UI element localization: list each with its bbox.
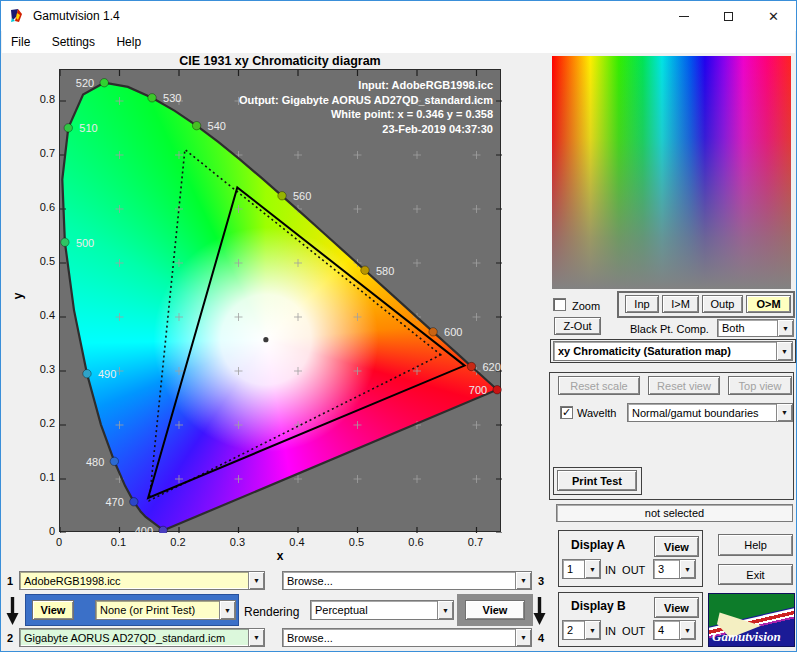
- dropdown-arrow-icon[interactable]: ▼: [584, 621, 600, 639]
- x-tick-0.3: 0.3: [223, 536, 253, 548]
- wave-mode-select[interactable]: Normal/gamut boundaries ▼: [627, 403, 793, 422]
- outp-button[interactable]: Outp: [702, 295, 743, 313]
- close-icon: ✕: [768, 10, 779, 23]
- view-left-button[interactable]: View: [32, 600, 74, 620]
- grid-marks: [116, 97, 481, 483]
- plot-annotation: 23-Feb-2019 04:37:30: [382, 123, 493, 135]
- slot-3-number: 3: [538, 575, 544, 587]
- display-a-inout-label: IN OUT: [605, 564, 645, 576]
- locus-label-600: 600: [444, 326, 462, 338]
- slot-4-number: 4: [538, 632, 544, 644]
- y-tick-0.1: 0.1: [25, 471, 55, 483]
- dropdown-arrow-icon[interactable]: ▼: [584, 560, 600, 578]
- app-icon: [9, 8, 26, 24]
- dropdown-arrow-icon[interactable]: ▼: [679, 560, 695, 578]
- locus-label-540: 540: [208, 120, 226, 132]
- close-button[interactable]: ✕: [751, 1, 796, 31]
- menu-file[interactable]: File: [2, 31, 39, 53]
- locus-point-620: [467, 362, 475, 370]
- y-tick-0.7: 0.7: [25, 147, 55, 159]
- dropdown-arrow-icon[interactable]: ▼: [248, 572, 264, 589]
- axis-ticks: [60, 70, 502, 533]
- white-point: [263, 337, 268, 342]
- display-b-in-select[interactable]: 2 ▼: [562, 620, 601, 640]
- browse-2-select[interactable]: Browse... ▼: [282, 628, 532, 647]
- maximize-button[interactable]: [706, 1, 751, 31]
- o-to-m-button[interactable]: O>M: [746, 295, 791, 313]
- minimize-button[interactable]: [661, 1, 706, 31]
- locus-point-530: [148, 94, 156, 102]
- display-a-out-select[interactable]: 3 ▼: [653, 559, 696, 579]
- x-axis-label: x: [59, 549, 501, 563]
- rendering-intent-select[interactable]: Perceptual ▼: [310, 600, 454, 620]
- minimize-icon: [679, 16, 689, 17]
- reset-scale-button[interactable]: Reset scale: [558, 376, 640, 395]
- view-right-button[interactable]: View: [465, 600, 525, 620]
- output-gamut-triangle: [148, 187, 465, 498]
- output-profile-select[interactable]: Gigabyte AORUS AD27QD_standard.icm ▼: [19, 628, 265, 647]
- wavelth-checkbox-label: Wavelth: [577, 407, 616, 419]
- chromaticity-plot[interactable]: 4004704804905005105205305405605806006207…: [59, 69, 501, 532]
- input-profile-select[interactable]: AdobeRGB1998.icc ▼: [19, 571, 265, 590]
- locus-point-490: [83, 370, 91, 378]
- dropdown-arrow-icon[interactable]: ▼: [437, 601, 453, 619]
- zoom-checkbox-label: Zoom: [572, 300, 600, 312]
- locus-point-470: [130, 498, 138, 506]
- rendering-label: Rendering: [244, 605, 299, 619]
- y-tick-0.8: 0.8: [25, 93, 55, 105]
- i-to-m-button[interactable]: I>M: [662, 295, 699, 313]
- exit-button[interactable]: Exit: [718, 564, 793, 585]
- menu-settings[interactable]: Settings: [43, 31, 104, 53]
- x-tick-0.4: 0.4: [282, 536, 312, 548]
- locus-point-560: [278, 192, 286, 200]
- menu-bar: File Settings Help: [2, 31, 795, 53]
- help-button[interactable]: Help: [718, 534, 793, 556]
- black-pt-comp-label: Black Pt. Comp.: [630, 323, 709, 335]
- dropdown-arrow-icon[interactable]: ▼: [679, 621, 695, 639]
- display-a-view-button[interactable]: View: [654, 536, 699, 557]
- dropdown-arrow-icon[interactable]: ▼: [776, 404, 792, 421]
- locus-label-510: 510: [79, 122, 97, 134]
- locus-label-470: 470: [105, 496, 123, 508]
- logo-text: Gamutvision: [712, 629, 781, 645]
- reset-view-button[interactable]: Reset view: [648, 376, 720, 395]
- dropdown-arrow-icon[interactable]: ▼: [248, 629, 264, 646]
- view-mode-select[interactable]: xy Chromaticity (Saturation map) ▼: [553, 341, 793, 361]
- dropdown-arrow-icon[interactable]: ▼: [776, 342, 792, 360]
- z-out-button[interactable]: Z-Out: [554, 317, 601, 335]
- black-pt-comp-select[interactable]: Both ▼: [717, 319, 794, 337]
- status-field: not selected: [556, 504, 793, 522]
- wave-mode-value: Normal/gamut boundaries: [628, 407, 776, 419]
- display-a-in-select[interactable]: 1 ▼: [562, 559, 601, 579]
- spectral-locus-outline: [62, 83, 497, 531]
- dropdown-arrow-icon[interactable]: ▼: [777, 320, 793, 336]
- inp-button[interactable]: Inp: [625, 295, 659, 313]
- test-pattern-select[interactable]: None (or Print Test) ▼: [95, 600, 236, 620]
- display-b-in-value: 2: [563, 624, 584, 636]
- zoom-checkbox[interactable]: [553, 298, 566, 311]
- plot-annotation: White point: x = 0.346 y = 0.358: [331, 108, 493, 120]
- x-tick-0.5: 0.5: [342, 536, 372, 548]
- x-tick-0: 0: [44, 536, 74, 548]
- view-mode-value: xy Chromaticity (Saturation map): [554, 345, 776, 357]
- display-a-label: Display A: [571, 538, 625, 552]
- slot-2-number: 2: [7, 632, 13, 644]
- browse-1-select[interactable]: Browse... ▼: [282, 571, 532, 590]
- test-pattern-value: None (or Print Test): [96, 604, 219, 616]
- locus-label-400: 400: [135, 525, 153, 533]
- display-b-out-select[interactable]: 4 ▼: [653, 620, 696, 640]
- display-b-label: Display B: [571, 599, 626, 613]
- locus-label-530: 530: [163, 92, 181, 104]
- print-test-button[interactable]: Print Test: [557, 470, 637, 491]
- gamutvision-logo: Gamutvision: [708, 593, 795, 647]
- display-b-view-button[interactable]: View: [654, 597, 699, 618]
- menu-help[interactable]: Help: [107, 31, 150, 53]
- top-view-button[interactable]: Top view: [728, 376, 792, 395]
- wavelth-checkbox[interactable]: ✓: [560, 406, 573, 419]
- browse-2-value: Browse...: [283, 632, 515, 644]
- dropdown-arrow-icon[interactable]: ▼: [219, 601, 235, 619]
- dropdown-arrow-icon[interactable]: ▼: [515, 572, 531, 589]
- dropdown-arrow-icon[interactable]: ▼: [515, 629, 531, 646]
- y-tick-0.4: 0.4: [25, 309, 55, 321]
- flow-down-arrow-right: [533, 596, 546, 626]
